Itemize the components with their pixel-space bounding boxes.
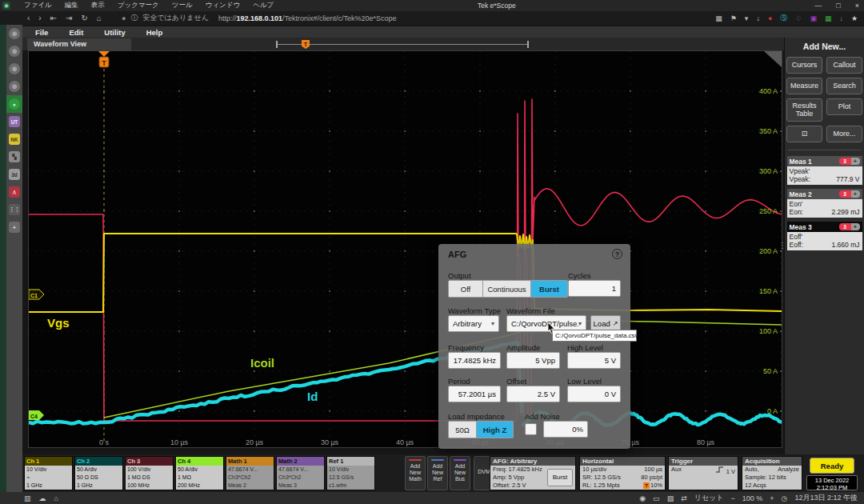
nk-panel-icon-row[interactable]: NK <box>6 130 22 148</box>
web-panel-2-icon-row[interactable]: ◎ <box>6 42 22 60</box>
active-scope-panel-icon-row[interactable]: ● <box>6 95 22 113</box>
button-plot[interactable]: Plot <box>826 98 862 115</box>
menu-1[interactable]: 編集 <box>65 1 78 10</box>
scope-menu-edit[interactable]: Edit <box>69 28 83 37</box>
horizontal-overview-bar[interactable]: T <box>276 41 529 48</box>
output-burst-button[interactable]: Burst <box>531 280 568 298</box>
close-icon[interactable]: × <box>855 2 859 10</box>
button-results-table[interactable]: ResultsTable <box>786 98 822 122</box>
add-noise-checkbox[interactable] <box>525 423 537 435</box>
frequency-field[interactable]: 17.4825 kHz <box>448 352 501 369</box>
monitor-icon[interactable]: ▭ <box>653 494 660 502</box>
channel-badge-ref1[interactable]: Ref 110 V/div12.5 GS/sc1.wfm <box>326 456 375 490</box>
button-cursors[interactable]: Cursors <box>786 57 822 74</box>
amplitude-field[interactable]: 5 Vpp <box>506 352 560 369</box>
forward-icon[interactable]: › <box>38 14 41 22</box>
zoom-out-button[interactable]: − <box>731 494 735 502</box>
button-more-[interactable]: More... <box>826 126 862 142</box>
meas-count-badge[interactable]: 3+ <box>839 158 860 165</box>
vivaldi-logo-icon[interactable]: ◉ <box>2 2 10 10</box>
button-search[interactable]: Search <box>826 78 862 94</box>
impedance-50ohm-button[interactable]: 50Ω <box>448 421 477 438</box>
adblock-icon[interactable]: ● <box>768 14 772 22</box>
tiles-icon[interactable]: ▦ <box>715 14 722 22</box>
channel-badge-ch3[interactable]: Ch 3100 V/div1 MΩ DS100 MHz <box>125 456 174 490</box>
a-panel-icon-row[interactable]: Λ <box>6 183 22 201</box>
purple-ext-icon[interactable]: ▣ <box>810 14 817 22</box>
grid-panel-icon-row[interactable]: ⋮⋮ <box>6 201 22 218</box>
output-off-button[interactable]: Off <box>448 280 483 298</box>
period-field[interactable]: 57.2001 µs <box>448 386 501 402</box>
waveform-graticule[interactable]: 400 A350 A300 A250 A200 A150 A100 A50 A0… <box>28 50 782 448</box>
afg-status-badge[interactable]: AFG: ArbitraryFreq: 17.4825 kHzAmp: 5 Vp… <box>490 456 576 490</box>
back-icon[interactable]: ‹ <box>27 14 30 22</box>
horizontal-badge[interactable]: Horizontal10 µs/div100 µsSR: 12.5 GS/s80… <box>579 456 666 490</box>
high-level-field[interactable]: 5 V <box>567 352 621 369</box>
offset-field[interactable]: 2.5 V <box>506 386 560 402</box>
cycles-field[interactable]: 1 <box>568 280 621 297</box>
help-icon[interactable]: ? <box>612 249 622 259</box>
3d-panel-icon-row[interactable]: 3d <box>6 166 22 183</box>
menu-4[interactable]: ツール <box>172 1 193 10</box>
swap-icon[interactable]: ⇄ <box>681 494 687 502</box>
add-new-math-button[interactable]: AddNewMath <box>405 456 426 490</box>
menu-3[interactable]: ブックマーク <box>118 1 159 10</box>
cloud-icon[interactable]: ☁ <box>39 494 46 502</box>
channel-badge-ch1[interactable]: Ch 110 V/div⌁1 GHz <box>24 456 73 490</box>
web-panel-3-icon-row[interactable]: ◎ <box>6 60 22 78</box>
home-icon[interactable]: ⌂ <box>54 494 58 502</box>
ghost-icon[interactable]: ♢ <box>795 14 802 22</box>
button-callout[interactable]: Callout <box>826 57 862 74</box>
home-icon[interactable]: ⌂ <box>97 14 102 22</box>
image-icon[interactable]: ▨ <box>667 494 674 502</box>
menu-0[interactable]: ファイル <box>24 1 52 10</box>
checker-panel-icon-row[interactable]: ▚ <box>6 148 22 166</box>
blue-download-icon[interactable]: ↓ <box>839 14 843 22</box>
scope-menu-help[interactable]: Help <box>146 28 163 37</box>
low-level-field[interactable]: 0 V <box>567 386 621 402</box>
button-measure[interactable]: Measure <box>786 78 822 94</box>
acquisition-badge[interactable]: AcquisitionAuto,AnalyzeSample: 12 bits12… <box>742 456 802 490</box>
reload-icon[interactable]: ↻ <box>81 14 87 22</box>
minimize-icon[interactable]: — <box>814 2 822 10</box>
screenshot-icon[interactable]: ◉ <box>639 494 646 502</box>
zoom-box-icon[interactable]: ⊡ <box>786 126 822 142</box>
afg-burst-button[interactable]: Burst <box>547 469 573 486</box>
ut-panel-icon-row[interactable]: UT <box>6 113 22 130</box>
web-panel-1-icon-row[interactable]: ◎ <box>6 25 22 42</box>
pin-icon[interactable]: ★ <box>851 14 858 22</box>
download-icon[interactable]: ↓ <box>756 14 760 22</box>
zoom-in-button[interactable]: + <box>770 494 774 502</box>
meas-count-badge[interactable]: 3+ <box>839 223 860 230</box>
caret-down-icon[interactable]: ▾ <box>745 14 749 22</box>
channel-badge-math2[interactable]: Math 247.6674 V...Ch3*Ch2Meas 3 <box>276 456 325 490</box>
last-page-icon[interactable]: ⇥ <box>66 14 72 22</box>
menu-5[interactable]: ウィンドウ <box>206 1 241 10</box>
menu-2[interactable]: 表示 <box>91 1 105 10</box>
add-panel-icon-row[interactable]: + <box>6 218 22 236</box>
overview-trigger-marker[interactable]: T <box>302 40 310 49</box>
info-icon[interactable]: ⓘ <box>130 13 138 23</box>
green-grid-icon[interactable]: ▦ <box>825 14 832 22</box>
add-noise-field[interactable]: 0% <box>543 421 588 438</box>
bookmark-flag-icon[interactable]: ⚑ <box>730 14 737 22</box>
address-bar[interactable]: ● ⓘ 安全ではありません http://192.168.0.101/Tektr… <box>122 11 397 25</box>
measurement-card-1[interactable]: Meas 13+Vpeak'Vpeak:777.9 V <box>787 156 862 185</box>
tab-waveform-view[interactable]: Waveform View <box>27 38 131 50</box>
session-icon[interactable]: Ⓢ <box>780 13 787 23</box>
meas-count-badge[interactable]: 3+ <box>839 190 860 198</box>
output-continuous-button[interactable]: Continuous <box>483 280 531 298</box>
web-panel-4-icon-row[interactable]: ◎ <box>6 78 22 95</box>
maximize-icon[interactable]: □ <box>836 2 840 10</box>
scope-menu-utility[interactable]: Utility <box>104 28 125 37</box>
reset-button[interactable]: リセット <box>694 493 724 503</box>
add-new-ref-button[interactable]: AddNewRef <box>427 456 448 490</box>
channel-badge-math1[interactable]: Math 147.6674 V...Ch3*Ch2Meas 2 <box>226 456 274 490</box>
first-page-icon[interactable]: ⇤ <box>50 14 57 22</box>
add-new-bus-button[interactable]: AddNewBus <box>450 456 470 490</box>
measurement-card-3[interactable]: Meas 33+Eoff'Eoff:1.660 mJ <box>787 222 862 250</box>
page-url[interactable]: http://192.168.0.101/Tektronix#/client/c… <box>218 14 397 22</box>
split-window-icon[interactable]: ▥ <box>24 494 31 502</box>
trigger-badge[interactable]: TriggerAux 1 V <box>668 456 738 490</box>
channel-badge-ch4[interactable]: Ch 450 A/div1 MΩ200 MHz <box>175 456 224 490</box>
